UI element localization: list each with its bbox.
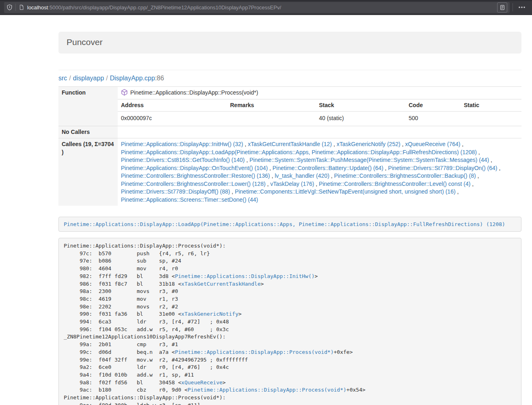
breadcrumb-link-displayapp[interactable]: displayapp <box>73 75 104 82</box>
breadcrumb-separator: / <box>69 75 71 82</box>
callee-item: Pinetime::Controllers::BrightnessControl… <box>121 172 273 179</box>
callee-link[interactable]: Pinetime::Drivers::St7789::DisplayOff() … <box>121 188 230 195</box>
code-symbol-link[interactable]: Pinetime::Applications::DisplayApp::Init… <box>175 273 314 279</box>
callee-link[interactable]: Pinetime::Controllers::BrightnessControl… <box>319 181 470 187</box>
reader-mode-button[interactable] <box>497 2 507 13</box>
menu-icon <box>518 6 526 9</box>
column-header-static: Static <box>461 99 521 112</box>
table-header-row: Address Remarks Stack Code Static <box>118 99 521 112</box>
function-table: Function Pinetime::Applications::Display… <box>58 86 521 206</box>
function-symbol-cell: Pinetime::Applications::DisplayApp::Proc… <box>118 87 521 99</box>
page-content: Puncover src/displayapp/DisplayApp.cpp:8… <box>58 32 521 405</box>
callee-item: Pinetime::Controllers::Battery::Update()… <box>273 165 387 171</box>
callee-item: Pinetime::Drivers::St7789::DisplayOff() … <box>121 188 233 195</box>
table-row: No Callers <box>58 126 521 138</box>
shield-icon[interactable] <box>6 4 13 11</box>
static-value <box>461 111 521 126</box>
code-symbol-link[interactable]: xQueueReceive <box>181 379 223 386</box>
callee-link[interactable]: xTaskGenericNotify (252) <box>336 141 400 147</box>
callee-link[interactable]: Pinetime::Controllers::BrightnessControl… <box>121 172 270 179</box>
callee-item: Pinetime::Drivers::St7789::DisplayOn() (… <box>388 165 500 171</box>
function-details-table: Address Remarks Stack Code Static 0x0000… <box>118 99 521 126</box>
page-title: Puncover <box>67 37 103 47</box>
callee-link[interactable]: lv_task_handler (420) <box>275 172 330 179</box>
no-callers-label: No Callers <box>58 126 118 138</box>
url-bar[interactable]: localhost:5000/path/src/displayapp/Displ… <box>4 2 510 13</box>
callee-item: Pinetime::System::SystemTask::PushMessag… <box>250 157 492 163</box>
code-symbol-link[interactable]: Pinetime::Applications::DisplayApp::Proc… <box>175 349 334 355</box>
callee-link[interactable]: Pinetime::Applications::DisplayApp::Load… <box>121 149 477 155</box>
highlighted-symbol-link[interactable]: Pinetime::Applications::DisplayApp::Load… <box>64 221 505 227</box>
code-value: 500 <box>405 111 461 126</box>
callee-item: xQueueReceive (764) , <box>405 141 463 147</box>
function-name: Pinetime::Applications::DisplayApp::Proc… <box>130 89 258 96</box>
toolbar-divider <box>513 3 513 11</box>
function-details-cell: Address Remarks Stack Code Static 0x0000… <box>118 99 521 126</box>
code-symbol-link[interactable]: xTaskGenericNotify <box>181 311 239 317</box>
callee-item: vTaskDelay (176) , <box>270 181 317 187</box>
disassembly-block: Pinetime::Applications::DisplayApp::Proc… <box>58 238 521 405</box>
code-symbol-link[interactable]: Pinetime::Applications::DisplayApp::Proc… <box>187 387 346 393</box>
stack-value: 40 (static) <box>316 111 405 126</box>
function-label: Function <box>58 87 118 126</box>
app-header: Puncover <box>58 32 521 54</box>
breadcrumb-link-src[interactable]: src <box>58 75 67 82</box>
code-symbol-link[interactable]: xTaskGetCurrentTaskHandle <box>181 281 261 287</box>
callee-link[interactable]: Pinetime::Drivers::Cst816S::GetTouchInfo… <box>121 157 245 163</box>
page-actions-menu-button[interactable] <box>516 5 528 9</box>
callee-item: Pinetime::Components::LittleVgl::SetNewT… <box>235 188 459 195</box>
callee-link[interactable]: vTaskDelay (176) <box>270 181 314 187</box>
toolbar-divider <box>15 4 16 11</box>
column-header-remarks: Remarks <box>227 99 316 112</box>
callee-item: Pinetime::Drivers::Cst816S::GetTouchInfo… <box>121 157 248 163</box>
cube-icon <box>121 89 128 96</box>
callee-link[interactable]: Pinetime::Controllers::Battery::Update()… <box>273 165 383 171</box>
callee-item: Pinetime::Applications::DisplayApp::OnTo… <box>121 165 271 171</box>
callee-item: Pinetime::Controllers::BrightnessControl… <box>319 181 474 187</box>
callee-item: Pinetime::Controllers::BrightnessControl… <box>334 172 479 179</box>
callee-item: lv_task_handler (420) , <box>275 172 332 179</box>
callee-link[interactable]: Pinetime::Controllers::BrightnessControl… <box>334 172 476 179</box>
breadcrumb-link-file[interactable]: DisplayApp.cpp <box>110 75 155 82</box>
table-row: Address Remarks Stack Code Static 0x0000… <box>58 99 521 126</box>
callee-link[interactable]: xTaskGetCurrentTaskHandle (12) <box>248 141 332 147</box>
address-value: 0x0000097c <box>118 111 227 126</box>
callee-link[interactable]: Pinetime::Applications::Screens::Timer::… <box>121 196 258 203</box>
callee-link[interactable]: Pinetime::System::SystemTask::PushMessag… <box>250 157 489 163</box>
callee-link[interactable]: xQueueReceive (764) <box>405 141 460 147</box>
breadcrumb-line-number: :86 <box>155 75 164 82</box>
page-icon <box>19 4 24 11</box>
browser-toolbar: localhost:5000/path/src/displayapp/Displ… <box>0 0 532 15</box>
table-row: 0x0000097c 40 (static) 500 <box>118 111 521 126</box>
callee-item: Pinetime::Controllers::BrightnessControl… <box>121 181 269 187</box>
table-row: Callees (19, Σ=3704 ) Pinetime::Applicat… <box>58 138 521 206</box>
callee-link[interactable]: Pinetime::Components::LittleVgl::SetNewT… <box>235 188 456 195</box>
url-text[interactable]: localhost:5000/path/src/displayapp/Displ… <box>27 4 495 11</box>
callee-item: Pinetime::Applications::DisplayApp::Load… <box>121 149 480 155</box>
breadcrumb-separator: / <box>106 75 108 82</box>
callers-cell <box>118 126 521 138</box>
callee-link[interactable]: Pinetime::Drivers::St7789::DisplayOn() (… <box>388 165 497 171</box>
callees-list: Pinetime::Applications::DisplayApp::Init… <box>118 138 521 206</box>
callee-item: Pinetime::Applications::DisplayApp::Init… <box>121 141 246 147</box>
callees-label: Callees (19, Σ=3704 ) <box>58 138 118 206</box>
url-host: localhost <box>27 4 48 11</box>
highlighted-symbol-box: Pinetime::Applications::DisplayApp::Load… <box>58 217 521 232</box>
column-header-code: Code <box>405 99 461 112</box>
callee-item: xTaskGetCurrentTaskHandle (12) , <box>248 141 335 147</box>
callee-item: Pinetime::Applications::Screens::Timer::… <box>121 196 258 203</box>
column-header-address: Address <box>118 99 227 112</box>
reader-mode-icon <box>500 4 505 11</box>
breadcrumb: src/displayapp/DisplayApp.cpp:86 <box>58 74 521 82</box>
callee-link[interactable]: Pinetime::Controllers::BrightnessControl… <box>121 181 265 187</box>
callee-link[interactable]: Pinetime::Applications::DisplayApp::OnTo… <box>121 165 268 171</box>
callee-item: xTaskGenericNotify (252) , <box>336 141 403 147</box>
remarks-value <box>227 111 316 126</box>
divider <box>58 70 521 70</box>
table-row: Function Pinetime::Applications::Display… <box>58 87 521 99</box>
url-path: :5000/path/src/displayapp/DisplayApp.cpp… <box>48 4 281 11</box>
callee-link[interactable]: Pinetime::Applications::DisplayApp::Init… <box>121 141 243 147</box>
column-header-stack: Stack <box>316 99 405 112</box>
